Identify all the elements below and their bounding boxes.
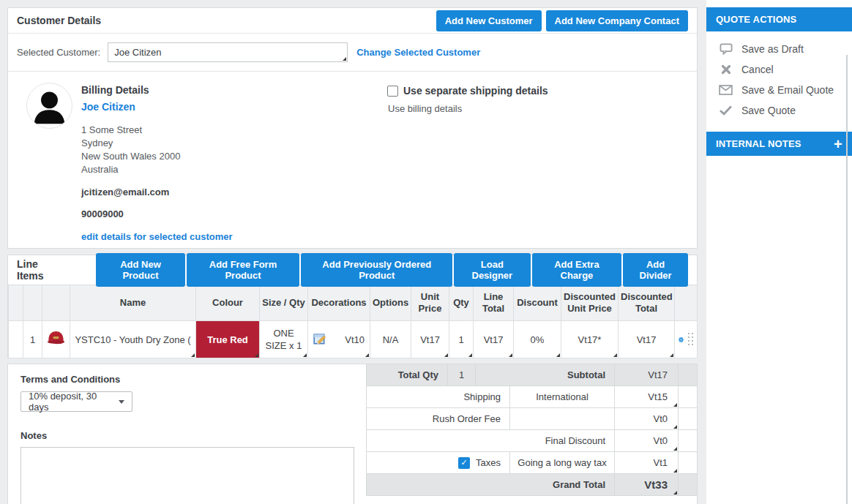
cancel-action[interactable]: Cancel: [706, 59, 852, 80]
taxes-value[interactable]: Vt1: [614, 452, 678, 473]
add-previously-ordered-product-button[interactable]: Add Previously Ordered Product: [301, 253, 452, 287]
use-billing-details-note: Use billing details: [388, 103, 548, 114]
internal-notes-title: INTERNAL NOTES: [716, 138, 801, 149]
line-item-colour-cell[interactable]: True Red: [196, 321, 260, 358]
add-internal-note-button[interactable]: +: [834, 137, 842, 151]
add-divider-button[interactable]: Add Divider: [623, 253, 688, 287]
total-qty-value: 1: [447, 364, 475, 385]
grand-total-value: Vt33: [614, 474, 678, 495]
decoration-price: Vt10: [345, 334, 365, 345]
action-label: Save & Email Quote: [741, 84, 834, 96]
totals-final-discount-row: Final Discount Vt0: [366, 430, 697, 452]
person-silhouette-icon: [27, 83, 72, 128]
shipping-value[interactable]: Vt15: [614, 386, 678, 407]
col-number: [23, 285, 42, 321]
col-discounted-unit-price: Discounted Unit Price: [561, 285, 619, 321]
line-item-drag-cell[interactable]: [9, 321, 23, 358]
line-items-table: Name Colour Size / Qty Decorations Optio…: [8, 285, 698, 358]
line-item-number: 1: [23, 321, 42, 358]
speech-bubble-icon: [719, 43, 733, 55]
line-item-discounted-total-cell[interactable]: Vt17: [619, 321, 675, 358]
final-discount-value[interactable]: Vt0: [614, 430, 678, 451]
add-new-product-button[interactable]: Add New Product: [96, 253, 184, 287]
grand-total-label: Grand Total: [367, 474, 614, 495]
line-item-decorations-cell[interactable]: Vt10: [308, 321, 370, 358]
line-item-qty-cell[interactable]: 1: [449, 321, 474, 358]
edit-customer-details-link[interactable]: edit details for selected customer: [81, 231, 233, 242]
scrollbar[interactable]: [846, 55, 848, 504]
line-item-size-cell[interactable]: ONE SIZE x 1: [260, 321, 308, 358]
checkmark-icon: [719, 105, 733, 116]
col-line-total: Line Total: [474, 285, 514, 321]
add-new-customer-button[interactable]: Add New Customer: [436, 10, 542, 31]
taxes-name[interactable]: Going a long way tax: [509, 452, 614, 473]
billing-address-line: 1 Some Street: [81, 124, 688, 137]
col-unit-price: Unit Price: [411, 285, 449, 321]
taxes-checkbox[interactable]: ✓: [458, 457, 470, 469]
totals-subtotal-row: Total Qty 1 Subtotal Vt17: [366, 364, 697, 386]
col-drag: [9, 285, 23, 321]
terms-selected-value: 10% deposit, 30 days: [29, 391, 111, 413]
billing-details-heading: Billing Details: [81, 84, 688, 96]
add-new-company-contact-button[interactable]: Add New Company Contact: [546, 10, 688, 31]
line-item-discount-cell[interactable]: 0%: [514, 321, 561, 358]
summary-panel: Terms and Conditions 10% deposit, 30 day…: [7, 364, 698, 504]
col-discounted-total: Discounted Total: [619, 285, 675, 321]
save-and-email-quote-action[interactable]: Save & Email Quote: [706, 80, 852, 100]
use-separate-shipping-checkbox[interactable]: [387, 86, 398, 97]
shipping-label: Shipping: [367, 386, 509, 407]
quote-actions-list: Save as Draft Cancel Save & Email Quote: [706, 31, 852, 129]
cancel-x-icon: [719, 64, 733, 75]
billing-customer-name-link[interactable]: Joe Citizen: [81, 101, 135, 113]
change-selected-customer-link[interactable]: Change Selected Customer: [356, 47, 480, 58]
action-label: Cancel: [741, 64, 774, 75]
col-size-qty: Size / Qty: [260, 285, 308, 321]
notes-textarea[interactable]: [20, 447, 354, 504]
line-item-image-cell: [42, 321, 70, 358]
shipping-options: Use separate shipping details Use billin…: [387, 85, 548, 114]
billing-email: jcitizen@email.com: [81, 187, 688, 198]
add-extra-charge-button[interactable]: Add Extra Charge: [532, 253, 622, 287]
terms-label: Terms and Conditions: [20, 374, 354, 385]
terms-notes-column: Terms and Conditions 10% deposit, 30 day…: [20, 374, 354, 504]
col-colour: Colour: [196, 285, 260, 321]
use-separate-shipping-label: Use separate shipping details: [403, 85, 548, 97]
col-options: Options: [370, 285, 411, 321]
totals-shipping-row: Shipping International Vt15: [366, 386, 697, 408]
selected-customer-label: Selected Customer:: [17, 47, 100, 58]
drag-handle-icon[interactable]: [688, 333, 694, 346]
col-discount: Discount: [514, 285, 561, 321]
total-qty-label: Total Qty: [367, 364, 447, 385]
final-discount-label: Final Discount: [367, 430, 614, 451]
save-as-draft-action[interactable]: Save as Draft: [706, 39, 852, 59]
totals-grand-total-row: Grand Total Vt33: [366, 474, 697, 496]
rush-order-fee-value[interactable]: Vt0: [614, 408, 678, 429]
quote-actions-sidebar: QUOTE ACTIONS Save as Draft Cancel: [706, 0, 852, 504]
billing-phone: 90009000: [81, 208, 688, 219]
gear-icon[interactable]: [678, 334, 684, 346]
line-items-buttons: Add New Product Add Free Form Product Ad…: [96, 253, 688, 287]
selected-customer-input[interactable]: Joe Citizen: [108, 42, 348, 62]
line-item-row: 1 YSTC10 - Youth Dry Zone ( True Red ONE…: [9, 321, 698, 358]
totals-table: Total Qty 1 Subtotal Vt17 Shipping Inter…: [366, 364, 697, 496]
line-item-discounted-unit-price-cell[interactable]: Vt17*: [561, 321, 619, 358]
design-edit-icon: [313, 334, 326, 345]
line-items-title: Line Items: [17, 258, 64, 282]
line-item-unit-price-cell[interactable]: Vt17: [411, 321, 449, 358]
totals-taxes-row: ✓ Taxes Going a long way tax Vt1: [366, 452, 697, 474]
add-free-form-product-button[interactable]: Add Free Form Product: [187, 253, 300, 287]
line-item-actions-cell: [675, 321, 698, 358]
internal-notes-header: INTERNAL NOTES +: [706, 132, 852, 156]
line-item-name-cell[interactable]: YSTC10 - Youth Dry Zone (: [70, 321, 196, 358]
col-actions: [675, 285, 698, 321]
shipping-method[interactable]: International: [509, 386, 614, 407]
col-image: [42, 285, 70, 321]
envelope-icon: [719, 85, 733, 95]
line-item-line-total-cell[interactable]: Vt17: [474, 321, 514, 358]
load-designer-button[interactable]: Load Designer: [454, 253, 531, 287]
notes-label: Notes: [20, 430, 354, 441]
save-quote-action[interactable]: Save Quote: [706, 100, 852, 121]
col-qty: Qty: [449, 285, 474, 321]
chevron-down-icon: [119, 400, 124, 404]
terms-dropdown[interactable]: 10% deposit, 30 days: [20, 391, 132, 412]
